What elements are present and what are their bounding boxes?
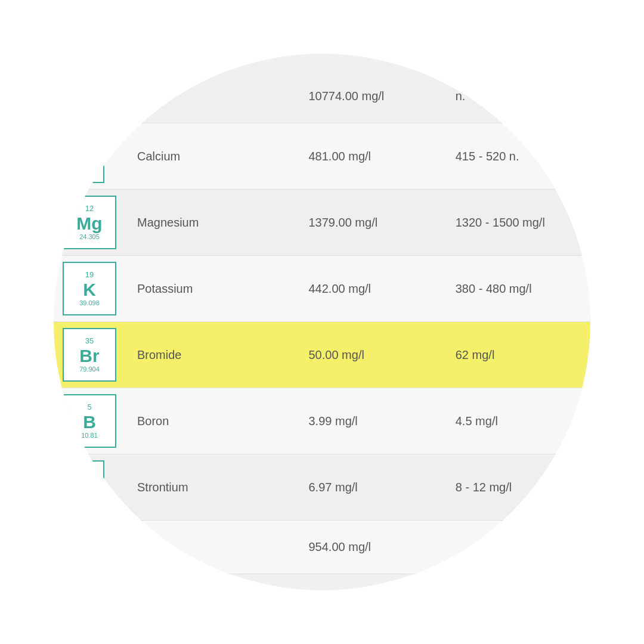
element-box-partial (75, 129, 104, 183)
range-cell: n. (444, 89, 590, 103)
element-name: Strontium (137, 481, 188, 494)
element-box-partial (75, 460, 104, 514)
element-mass: 10.81 (81, 432, 98, 439)
element-box: 12 Mg 24.305 (63, 196, 116, 249)
partial-label: hur (137, 540, 154, 553)
value-cell: 3.99 mg/l (297, 414, 444, 428)
element-cell: 12 Mg 24.305 (54, 190, 125, 255)
element-symbol: Br (79, 346, 99, 366)
element-number: 19 (85, 270, 94, 280)
value-cell: 481.00 mg/l (297, 150, 444, 163)
range-cell: 415 - 520 n. (444, 150, 590, 163)
element-number: 12 (85, 204, 94, 213)
element-number: 35 (85, 336, 94, 346)
value-text: 10774.00 mg/l (309, 89, 385, 103)
partial-label: um (137, 89, 154, 103)
range-text: 4.5 mg/l (456, 414, 498, 428)
element-number: 5 (87, 402, 91, 412)
table-row: um 10774.00 mg/l n. (54, 70, 590, 123)
range-text: 62 mg/l (456, 348, 495, 361)
table-row: hur 954.00 mg/l (54, 521, 590, 574)
element-cell: 35 Br 79.904 (54, 322, 125, 388)
value-text: 481.00 mg/l (309, 150, 371, 163)
element-box: 5 B 10.81 (63, 394, 116, 448)
main-container: um 10774.00 mg/l n. Calcium 481.00 mg/l … (54, 54, 590, 590)
value-text: 3.99 mg/l (309, 414, 358, 428)
value-cell: 50.00 mg/l (297, 348, 444, 362)
range-text: 8 - 12 mg/l (456, 481, 512, 494)
value-cell: 10774.00 mg/l (297, 89, 444, 103)
table-row: Strontium 6.97 mg/l 8 - 12 mg/l (54, 454, 590, 521)
element-name: Magnesium (137, 216, 199, 229)
name-cell: Strontium (125, 481, 297, 494)
value-text: 1379.00 mg/l (309, 216, 378, 229)
element-name: Boron (137, 414, 169, 428)
element-cell: 5 B 10.81 (54, 388, 125, 454)
name-cell: Bromide (125, 348, 297, 362)
element-mass: 24.305 (79, 233, 100, 241)
element-mass: 79.904 (79, 366, 100, 373)
table-row: 12 Mg 24.305 Magnesium 1379.00 mg/l 1320… (54, 190, 590, 256)
element-symbol: Mg (76, 213, 102, 233)
value-cell: 442.00 mg/l (297, 282, 444, 296)
table: um 10774.00 mg/l n. Calcium 481.00 mg/l … (54, 54, 590, 590)
partial-name: um (125, 89, 297, 103)
element-cell (54, 123, 125, 189)
element-cell (54, 454, 125, 520)
element-name: Calcium (137, 150, 180, 163)
value-cell: 1379.00 mg/l (297, 216, 444, 230)
table-row: 19 K 39.098 Potassium 442.00 mg/l 380 - … (54, 256, 590, 322)
element-symbol: B (83, 412, 96, 432)
range-cell: 380 - 480 mg/l (444, 282, 590, 296)
value-cell: 6.97 mg/l (297, 481, 444, 494)
element-box: 35 Br 79.904 (63, 328, 116, 382)
table-row: Calcium 481.00 mg/l 415 - 520 n. (54, 123, 590, 190)
partial-name: hur (125, 540, 297, 554)
range-text: 380 - 480 mg/l (456, 282, 532, 295)
value-text: 954.00 mg/l (309, 540, 371, 553)
name-cell: Potassium (125, 282, 297, 296)
value-text: 442.00 mg/l (309, 282, 371, 295)
element-name: Potassium (137, 282, 193, 295)
value-text: 50.00 mg/l (309, 348, 364, 361)
range-cell: 1320 - 1500 mg/l (444, 216, 590, 230)
range-text: 415 - 520 n. (456, 150, 519, 163)
range-cell: 8 - 12 mg/l (444, 481, 590, 494)
element-mass: 39.098 (79, 299, 100, 307)
range-cell: 4.5 mg/l (444, 414, 590, 428)
table-row-highlighted: 35 Br 79.904 Bromide 50.00 mg/l 62 mg/l (54, 322, 590, 388)
value-text: 6.97 mg/l (309, 481, 358, 494)
range-text: 1320 - 1500 mg/l (456, 216, 545, 229)
element-box: 19 K 39.098 (63, 262, 116, 315)
element-symbol: K (83, 280, 96, 299)
table-row: 5 B 10.81 Boron 3.99 mg/l 4.5 mg/l (54, 388, 590, 454)
name-cell: Boron (125, 414, 297, 428)
element-cell: 19 K 39.098 (54, 256, 125, 321)
name-cell: Magnesium (125, 216, 297, 230)
value-cell: 954.00 mg/l (297, 540, 444, 554)
range-cell: 62 mg/l (444, 348, 590, 362)
name-cell: Calcium (125, 150, 297, 163)
element-name: Bromide (137, 348, 181, 361)
range-text: n. (456, 89, 466, 103)
